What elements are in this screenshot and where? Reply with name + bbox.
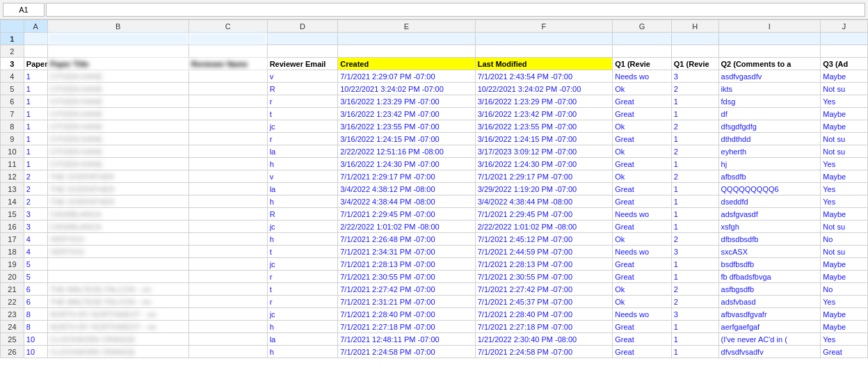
cell[interactable]: 3/16/2022 1:23:29 PM -07:00 — [475, 95, 612, 108]
cell[interactable]: 7/1/2021 2:24:58 PM -07:00 — [475, 346, 612, 358]
cell[interactable]: Paper ID — [24, 58, 47, 70]
cell[interactable]: 1 — [671, 346, 718, 358]
cell[interactable] — [718, 33, 821, 45]
cell[interactable]: 1 — [671, 108, 718, 120]
cell[interactable]: Not su — [821, 83, 868, 95]
cell[interactable]: THE GODFATHER — [47, 183, 188, 195]
cell[interactable]: Q1 (Revie — [671, 58, 718, 70]
cell[interactable]: Last Modified — [475, 58, 612, 70]
cell[interactable]: 1 — [671, 95, 718, 108]
cell[interactable]: t — [267, 108, 338, 120]
cell[interactable]: fb dfbadsfbvga — [718, 271, 821, 283]
cell[interactable]: 1 — [24, 133, 47, 145]
cell[interactable]: Great — [613, 108, 672, 120]
cell[interactable]: 3 — [671, 308, 718, 321]
cell[interactable]: 7/1/2021 2:24:58 PM -07:00 — [338, 346, 475, 358]
cell[interactable]: Maybe — [821, 271, 868, 283]
cell[interactable]: la — [267, 183, 338, 195]
cell[interactable]: Ok — [613, 233, 672, 246]
cell[interactable]: 1/21/2022 2:30:40 PM -08:00 — [475, 333, 612, 346]
cell[interactable]: 7/1/2021 2:34:31 PM -07:00 — [338, 246, 475, 258]
cell[interactable] — [188, 158, 267, 170]
cell[interactable]: 1 — [24, 83, 47, 95]
cell[interactable]: Great — [613, 321, 672, 333]
cell[interactable] — [188, 133, 267, 145]
cell[interactable]: Not su — [821, 145, 868, 158]
cell[interactable] — [188, 183, 267, 195]
cell[interactable]: 3/4/2022 4:38:44 PM -08:00 — [338, 195, 475, 208]
cell[interactable]: CITIZEN KANE — [47, 145, 188, 158]
cell[interactable]: 1 — [671, 321, 718, 333]
cell[interactable]: eyherth — [718, 145, 821, 158]
cell[interactable]: h — [267, 321, 338, 333]
cell[interactable]: CLOCKWORK ORANGE — [47, 346, 188, 358]
cell[interactable]: VERTIGO — [47, 233, 188, 246]
cell[interactable]: 1 — [24, 120, 47, 133]
cell[interactable]: 2 — [671, 233, 718, 246]
cell[interactable]: 1 — [671, 158, 718, 170]
col-header-H[interactable]: H — [671, 20, 718, 33]
cell[interactable]: Ok — [613, 296, 672, 308]
cell[interactable]: afbvasdfgvafr — [718, 308, 821, 321]
cell[interactable]: 1 — [671, 258, 718, 271]
col-header-C[interactable]: C — [188, 20, 267, 33]
cell[interactable]: NORTH BY NORTHWEST - viv — [47, 321, 188, 333]
cell[interactable] — [188, 195, 267, 208]
cell[interactable]: Ok — [613, 120, 672, 133]
cell[interactable]: (I've never AC'd in ( — [718, 333, 821, 346]
cell[interactable]: CITIZEN KANE — [47, 158, 188, 170]
cell[interactable]: 10 — [24, 346, 47, 358]
cell[interactable]: 1 — [671, 333, 718, 346]
cell[interactable]: 7/1/2021 2:44:59 PM -07:00 — [475, 246, 612, 258]
cell[interactable]: jc — [267, 220, 338, 233]
cell[interactable]: 7/1/2021 2:30:55 PM -07:00 — [475, 271, 612, 283]
cell[interactable]: 7/1/2021 2:31:21 PM -07:00 — [338, 296, 475, 308]
cell[interactable]: 7/1/2021 2:29:17 PM -07:00 — [338, 170, 475, 183]
cell[interactable]: 1 — [671, 271, 718, 283]
cell[interactable] — [188, 120, 267, 133]
cell[interactable]: CLOCKWORK ORANGE — [47, 333, 188, 346]
cell[interactable]: CITIZEN KANE — [47, 120, 188, 133]
cell[interactable] — [188, 45, 267, 58]
cell[interactable]: la — [267, 333, 338, 346]
cell[interactable] — [188, 208, 267, 220]
cell[interactable]: 1 — [671, 133, 718, 145]
cell[interactable]: R — [267, 208, 338, 220]
cell[interactable]: 7/1/2021 2:28:40 PM -07:00 — [475, 308, 612, 321]
cell[interactable]: Paper Title — [47, 58, 188, 70]
cell[interactable]: Great — [613, 333, 672, 346]
cell[interactable]: h — [267, 346, 338, 358]
cell[interactable] — [188, 321, 267, 333]
cell[interactable]: 7/1/2021 2:28:40 PM -07:00 — [338, 308, 475, 321]
cell[interactable]: adsfgvasdf — [718, 208, 821, 220]
cell[interactable]: Great — [613, 95, 672, 108]
col-header-E[interactable]: E — [338, 20, 475, 33]
cell[interactable]: Needs wo — [613, 308, 672, 321]
cell[interactable]: 3/17/2023 3:09:12 PM -07:00 — [475, 145, 612, 158]
cell[interactable]: 3/16/2022 1:23:55 PM -07:00 — [475, 120, 612, 133]
cell[interactable]: Maybe — [821, 70, 868, 83]
cell[interactable]: Great — [613, 220, 672, 233]
cell[interactable]: Needs wo — [613, 70, 672, 83]
cell[interactable]: df — [718, 108, 821, 120]
cell[interactable]: 7/1/2021 2:28:13 PM -07:00 — [475, 258, 612, 271]
cell[interactable]: Ok — [613, 145, 672, 158]
cell[interactable]: 2 — [671, 83, 718, 95]
cell[interactable]: dthdthdd — [718, 133, 821, 145]
cell[interactable]: afbsdfb — [718, 170, 821, 183]
cell[interactable]: 7/1/2021 2:29:17 PM -07:00 — [475, 170, 612, 183]
cell[interactable]: r — [267, 95, 338, 108]
cell[interactable]: Maybe — [821, 321, 868, 333]
col-header-A[interactable]: A — [24, 20, 47, 33]
cell[interactable]: 10/22/2021 3:24:02 PM -07:00 — [338, 83, 475, 95]
cell[interactable] — [188, 33, 267, 45]
col-header-B[interactable]: B — [47, 20, 188, 33]
cell[interactable]: No — [821, 283, 868, 296]
cell[interactable]: CASABLANCA — [47, 220, 188, 233]
cell[interactable] — [188, 246, 267, 258]
cell[interactable]: jc — [267, 308, 338, 321]
cell[interactable] — [24, 45, 47, 58]
cell[interactable] — [188, 296, 267, 308]
cell[interactable] — [475, 45, 612, 58]
cell[interactable]: 3/16/2022 1:24:15 PM -07:00 — [475, 133, 612, 145]
